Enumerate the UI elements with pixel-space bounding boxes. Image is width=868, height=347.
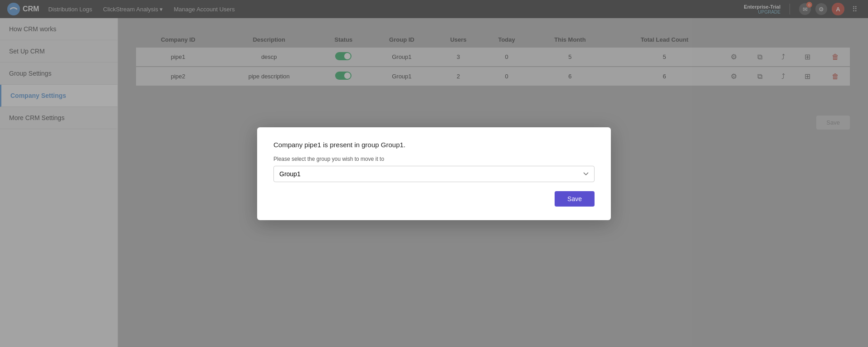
group-select-wrapper: Group1: [273, 166, 595, 182]
modal-subtitle: Please select the group you wish to move…: [273, 156, 595, 162]
modal-save-button[interactable]: Save: [555, 191, 595, 207]
modal-title: Company pipe1 is present in group Group1…: [273, 141, 595, 149]
modal: Company pipe1 is present in group Group1…: [257, 127, 611, 220]
modal-footer: Save: [273, 191, 595, 207]
modal-overlay: Company pipe1 is present in group Group1…: [0, 0, 868, 347]
group-select[interactable]: Group1: [273, 166, 595, 182]
